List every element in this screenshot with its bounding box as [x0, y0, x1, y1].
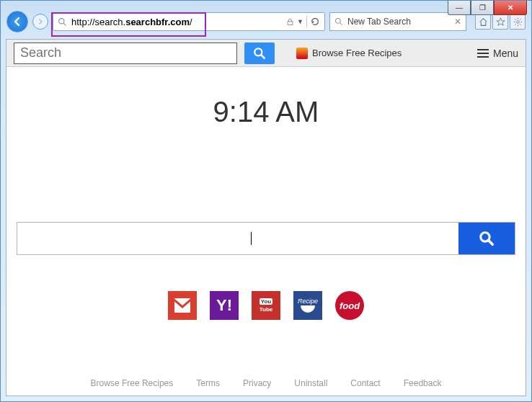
toolbar-search-box[interactable] — [14, 43, 237, 64]
tile-yahoo[interactable]: Y! — [210, 291, 239, 320]
menu-button[interactable]: Menu — [477, 48, 518, 59]
youtube-label-top: You — [260, 298, 273, 305]
svg-point-3 — [336, 19, 341, 24]
window-maximize-button[interactable]: ❐ — [471, 1, 494, 15]
arrow-right-icon — [37, 18, 44, 25]
recipe-label: Recipe — [298, 298, 318, 305]
svg-point-0 — [59, 18, 64, 23]
footer-link-privacy[interactable]: Privacy — [243, 378, 271, 388]
main-search-input[interactable] — [17, 223, 242, 254]
nav-back-button[interactable] — [6, 11, 28, 32]
search-icon — [58, 17, 67, 27]
tab-title: New Tab Search — [347, 17, 411, 27]
browse-recipes-link[interactable]: Browse Free Recipes — [296, 48, 402, 59]
youtube-label-bot: Tube — [260, 306, 273, 313]
search-icon — [479, 231, 495, 246]
food-label: food — [340, 300, 360, 311]
main-search-button[interactable] — [458, 223, 515, 254]
footer-link-recipes[interactable]: Browse Free Recipes — [91, 378, 174, 388]
dropdown-caret-icon[interactable]: ▼ — [297, 18, 303, 25]
lock-icon — [286, 18, 294, 26]
search-icon — [334, 17, 343, 26]
arrow-left-icon — [12, 16, 23, 27]
tile-recipe[interactable]: Recipe — [293, 291, 322, 320]
svg-line-9 — [489, 241, 493, 245]
refresh-icon[interactable] — [310, 17, 320, 27]
mail-icon — [172, 298, 192, 313]
url-text[interactable]: http://search. searchbfr.com / — [71, 17, 192, 27]
tile-gmail[interactable] — [168, 291, 197, 320]
gear-icon — [513, 17, 523, 27]
tab-close-button[interactable]: ✕ — [454, 17, 461, 27]
hamburger-icon — [477, 49, 489, 58]
svg-line-7 — [261, 55, 265, 58]
footer-link-contact[interactable]: Contact — [350, 378, 380, 388]
bowl-icon — [300, 305, 316, 313]
url-host: searchbfr.com — [125, 17, 190, 27]
svg-point-5 — [516, 20, 519, 23]
footer-links: Browse Free Recipes Terms Privacy Uninst… — [6, 378, 526, 388]
svg-rect-2 — [288, 21, 293, 24]
footer-link-feedback[interactable]: Feedback — [404, 378, 442, 388]
star-icon — [496, 17, 505, 27]
browse-recipes-label: Browse Free Recipes — [312, 48, 402, 58]
toolbar-search-button[interactable] — [244, 43, 275, 64]
home-icon — [479, 17, 488, 27]
footer-link-uninstall[interactable]: Uninstall — [294, 378, 327, 388]
url-prefix: http://search. — [71, 17, 125, 27]
main-search-bar[interactable] — [17, 222, 515, 255]
svg-rect-11 — [172, 298, 174, 313]
footer-link-terms[interactable]: Terms — [196, 378, 220, 388]
svg-rect-12 — [190, 298, 192, 313]
browser-tab[interactable]: New Tab Search ✕ — [329, 12, 466, 31]
window-minimize-button[interactable]: — — [448, 1, 471, 15]
yahoo-icon: Y! — [216, 296, 232, 315]
svg-line-1 — [63, 23, 66, 25]
tile-youtube[interactable]: You Tube — [252, 291, 280, 320]
clock-display: 9:14 AM — [6, 96, 526, 128]
menu-label: Menu — [493, 48, 518, 59]
window-close-button[interactable]: ✕ — [494, 1, 527, 15]
tile-food[interactable]: food — [335, 291, 364, 320]
fire-icon — [296, 48, 308, 59]
search-icon — [253, 47, 266, 60]
favorites-button[interactable] — [492, 14, 508, 30]
svg-line-4 — [340, 23, 342, 25]
url-suffix: / — [190, 17, 192, 27]
address-bar[interactable]: http://search. searchbfr.com / ▼ — [53, 12, 325, 31]
home-button[interactable] — [475, 14, 491, 30]
nav-forward-button[interactable] — [32, 14, 48, 30]
toolbar-search-input[interactable] — [20, 45, 231, 61]
settings-button[interactable] — [510, 14, 526, 30]
